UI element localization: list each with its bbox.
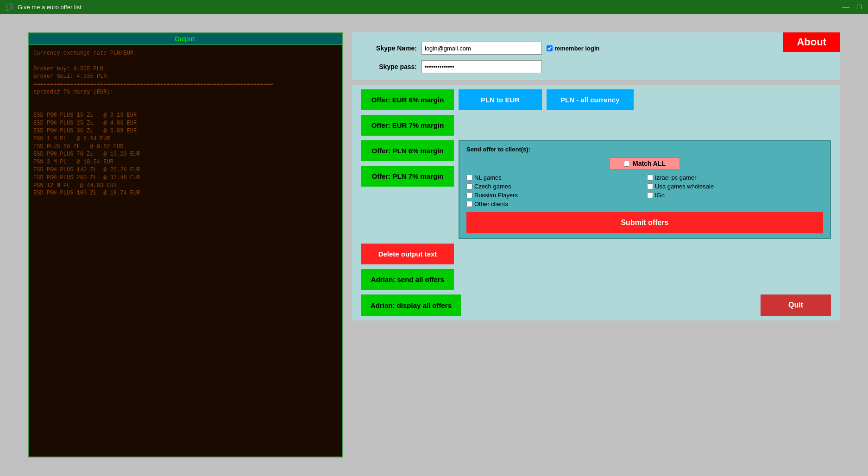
main-container: Output: Currency exchange rate PLN/EUR: … [0, 14, 868, 476]
offer-pln6-button[interactable]: Offer: PLN 6% margin [361, 140, 454, 161]
remember-check[interactable]: remember login [547, 45, 600, 52]
client-other-clients[interactable]: Other clients [466, 200, 642, 207]
app-title: Give me a euro offer list [18, 4, 82, 11]
checkbox-czech-games[interactable] [466, 183, 472, 189]
label-igo: IGo [655, 192, 665, 199]
maximize-button[interactable]: □ [855, 3, 863, 11]
label-russian-players: Russian Players [474, 192, 518, 199]
delete-row: Delete output text [361, 244, 831, 264]
checkbox-usa-games-wholesale[interactable] [647, 183, 653, 189]
middle-section: Offer: PLN 6% margin Offer: PLN 7% margi… [361, 140, 831, 239]
client-nl-games[interactable]: NL games [466, 174, 642, 181]
window-controls: — □ [840, 3, 863, 11]
skype-name-row: Skype Name: remember login [361, 42, 831, 55]
credentials-section: Skype Name: remember login Skype pass: [352, 32, 840, 80]
offer-row-2: Offer: EUR 7% margin [361, 115, 831, 136]
pln-offer-buttons: Offer: PLN 6% margin Offer: PLN 7% margi… [361, 140, 454, 187]
checkbox-izrael-pc-gamer[interactable] [647, 175, 653, 181]
client-izrael-pc-gamer[interactable]: Izrael pc gamer [647, 174, 823, 181]
adrian-send-all-button[interactable]: Adrian: send all offers [361, 269, 454, 290]
adrian-row-2: Adrian: display all offers Quit [361, 294, 831, 316]
label-izrael-pc-gamer: Izrael pc gamer [655, 174, 697, 181]
client-igo[interactable]: IGo [647, 192, 823, 199]
match-all-row: Match ALL [466, 157, 823, 169]
pln-all-currency-button[interactable]: PLN - all currency [547, 89, 634, 110]
output-header: Output: [29, 33, 342, 45]
buttons-section: Offer: EUR 6% margin PLN to EUR PLN - al… [352, 85, 840, 320]
client-czech-games[interactable]: Czech games [466, 183, 642, 190]
match-all-checkbox[interactable] [624, 161, 630, 167]
offer-eur6-button[interactable]: Offer: EUR 6% margin [361, 89, 454, 110]
right-panel: About Skype Name: remember login Skype p… [352, 32, 840, 457]
send-offers-box: Send offer to client(s): Match ALL NL ga… [459, 140, 831, 239]
submit-offers-button[interactable]: Submit offers [466, 212, 823, 233]
offer-eur7-button[interactable]: Offer: EUR 7% margin [361, 115, 454, 136]
label-usa-games-wholesale: Usa games wholesale [655, 183, 714, 190]
match-all-text: Match ALL [633, 160, 666, 167]
skype-pass-label: Skype pass: [361, 63, 417, 70]
title-bar: 💱 Give me a euro offer list — □ [0, 0, 868, 14]
skype-name-input[interactable] [421, 42, 542, 55]
minimize-button[interactable]: — [840, 3, 851, 11]
client-usa-games-wholesale[interactable]: Usa games wholesale [647, 183, 823, 190]
offer-pln7-button[interactable]: Offer: PLN 7% margin [361, 166, 454, 187]
pln-to-eur-button[interactable]: PLN to EUR [459, 89, 542, 110]
label-czech-games: Czech games [474, 183, 511, 190]
send-offers-title: Send offer to client(s): [466, 146, 823, 153]
skype-name-label: Skype Name: [361, 44, 417, 52]
skype-pass-input[interactable] [421, 60, 542, 73]
remember-checkbox[interactable] [547, 45, 553, 51]
output-panel: Output: Currency exchange rate PLN/EUR: … [28, 32, 343, 457]
label-nl-games: NL games [474, 174, 502, 181]
match-all-label[interactable]: Match ALL [610, 157, 680, 169]
checkbox-russian-players[interactable] [466, 192, 472, 198]
client-russian-players[interactable]: Russian Players [466, 192, 642, 199]
adrian-display-all-button[interactable]: Adrian: display all offers [361, 294, 461, 316]
remember-label: remember login [554, 45, 600, 52]
delete-output-button[interactable]: Delete output text [361, 244, 454, 264]
label-other-clients: Other clients [474, 200, 508, 207]
offer-row-1: Offer: EUR 6% margin PLN to EUR PLN - al… [361, 89, 831, 110]
checkbox-nl-games[interactable] [466, 175, 472, 181]
clients-grid: NL games Izrael pc gamer Czech games Usa… [466, 174, 823, 207]
app-icon: 💱 [5, 3, 14, 12]
quit-button[interactable]: Quit [761, 294, 831, 316]
about-button[interactable]: About [783, 32, 840, 52]
skype-pass-row: Skype pass: [361, 60, 831, 73]
checkbox-igo[interactable] [647, 192, 653, 198]
checkbox-other-clients[interactable] [466, 201, 472, 207]
output-textarea[interactable]: Currency exchange rate PLN/EUR: Broker b… [29, 45, 342, 457]
adrian-row-1: Adrian: send all offers [361, 269, 831, 290]
